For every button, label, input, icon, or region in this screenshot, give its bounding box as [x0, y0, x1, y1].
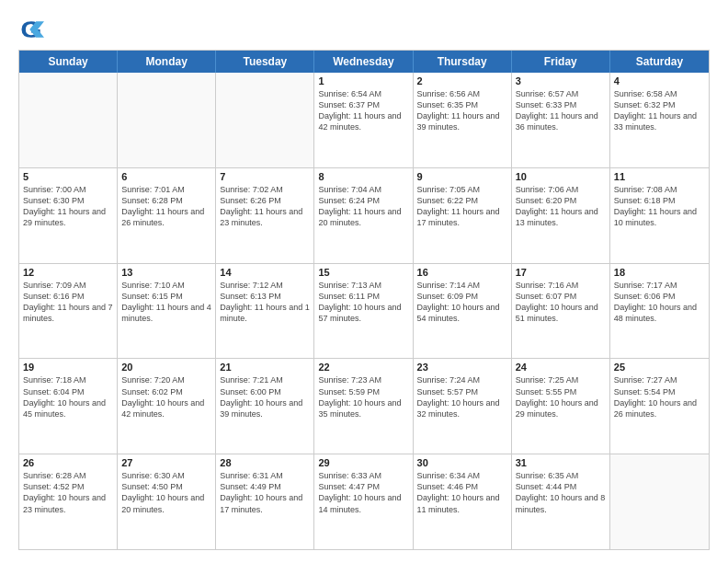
day-number: 25	[614, 362, 705, 373]
day-info: Sunrise: 6:30 AM Sunset: 4:50 PM Dayligh…	[121, 470, 211, 515]
day-info: Sunrise: 7:00 AM Sunset: 6:30 PM Dayligh…	[23, 184, 113, 229]
day-info: Sunrise: 6:33 AM Sunset: 4:47 PM Dayligh…	[318, 470, 408, 515]
day-info: Sunrise: 7:24 AM Sunset: 5:57 PM Dayligh…	[417, 374, 507, 419]
day-number: 18	[614, 267, 705, 278]
day-number: 3	[516, 75, 606, 86]
day-number: 20	[121, 362, 211, 373]
calendar-cell: 28Sunrise: 6:31 AM Sunset: 4:49 PM Dayli…	[216, 454, 314, 549]
day-number: 9	[417, 171, 507, 182]
calendar-cell: 31Sunrise: 6:35 AM Sunset: 4:44 PM Dayli…	[512, 454, 610, 549]
calendar-week-5: 26Sunrise: 6:28 AM Sunset: 4:52 PM Dayli…	[19, 454, 709, 549]
day-info: Sunrise: 7:27 AM Sunset: 5:54 PM Dayligh…	[614, 374, 705, 419]
day-number: 11	[614, 171, 705, 182]
logo	[18, 17, 48, 42]
day-info: Sunrise: 7:12 AM Sunset: 6:13 PM Dayligh…	[220, 280, 310, 325]
calendar-cell	[610, 454, 709, 549]
logo-icon	[18, 17, 44, 42]
day-number: 4	[614, 75, 705, 86]
day-info: Sunrise: 6:57 AM Sunset: 6:33 PM Dayligh…	[516, 88, 606, 133]
calendar-header-wednesday: Wednesday	[314, 51, 413, 73]
calendar-cell: 11Sunrise: 7:08 AM Sunset: 6:18 PM Dayli…	[610, 168, 709, 263]
day-info: Sunrise: 7:18 AM Sunset: 6:04 PM Dayligh…	[23, 374, 113, 419]
calendar-cell	[216, 73, 314, 167]
day-info: Sunrise: 7:08 AM Sunset: 6:18 PM Dayligh…	[614, 184, 705, 229]
calendar-cell: 6Sunrise: 7:01 AM Sunset: 6:28 PM Daylig…	[118, 168, 216, 263]
day-info: Sunrise: 7:10 AM Sunset: 6:15 PM Dayligh…	[121, 280, 211, 325]
calendar-cell: 30Sunrise: 6:34 AM Sunset: 4:46 PM Dayli…	[414, 454, 512, 549]
day-info: Sunrise: 7:14 AM Sunset: 6:09 PM Dayligh…	[417, 280, 507, 325]
day-info: Sunrise: 6:56 AM Sunset: 6:35 PM Dayligh…	[417, 88, 507, 133]
day-number: 27	[121, 457, 211, 468]
day-info: Sunrise: 7:01 AM Sunset: 6:28 PM Dayligh…	[121, 184, 211, 229]
day-number: 23	[417, 362, 507, 373]
day-info: Sunrise: 7:20 AM Sunset: 6:02 PM Dayligh…	[121, 374, 211, 419]
calendar-body: 1Sunrise: 6:54 AM Sunset: 6:37 PM Daylig…	[19, 73, 709, 549]
calendar-cell: 18Sunrise: 7:17 AM Sunset: 6:06 PM Dayli…	[610, 264, 709, 359]
day-info: Sunrise: 7:17 AM Sunset: 6:06 PM Dayligh…	[614, 280, 705, 325]
calendar-cell: 15Sunrise: 7:13 AM Sunset: 6:11 PM Dayli…	[314, 264, 413, 359]
day-info: Sunrise: 7:25 AM Sunset: 5:55 PM Dayligh…	[516, 374, 606, 419]
day-number: 1	[318, 75, 408, 86]
day-number: 7	[220, 171, 310, 182]
day-number: 13	[121, 267, 211, 278]
calendar-cell: 20Sunrise: 7:20 AM Sunset: 6:02 PM Dayli…	[118, 359, 216, 454]
calendar-cell: 7Sunrise: 7:02 AM Sunset: 6:26 PM Daylig…	[216, 168, 314, 263]
calendar-cell: 2Sunrise: 6:56 AM Sunset: 6:35 PM Daylig…	[414, 73, 512, 167]
page: SundayMondayTuesdayWednesdayThursdayFrid…	[0, 0, 728, 563]
day-info: Sunrise: 7:05 AM Sunset: 6:22 PM Dayligh…	[417, 184, 507, 229]
calendar-cell: 12Sunrise: 7:09 AM Sunset: 6:16 PM Dayli…	[19, 264, 118, 359]
day-info: Sunrise: 7:16 AM Sunset: 6:07 PM Dayligh…	[516, 280, 606, 325]
day-info: Sunrise: 6:31 AM Sunset: 4:49 PM Dayligh…	[220, 470, 310, 515]
calendar-header-row: SundayMondayTuesdayWednesdayThursdayFrid…	[19, 51, 709, 73]
calendar-header-friday: Friday	[512, 51, 610, 73]
day-number: 31	[516, 457, 606, 468]
calendar-header-thursday: Thursday	[414, 51, 512, 73]
calendar-cell: 26Sunrise: 6:28 AM Sunset: 4:52 PM Dayli…	[19, 454, 118, 549]
calendar-cell: 13Sunrise: 7:10 AM Sunset: 6:15 PM Dayli…	[118, 264, 216, 359]
calendar-cell: 5Sunrise: 7:00 AM Sunset: 6:30 PM Daylig…	[19, 168, 118, 263]
day-number: 14	[220, 267, 310, 278]
calendar-header-tuesday: Tuesday	[216, 51, 314, 73]
day-number: 19	[23, 362, 113, 373]
day-number: 8	[318, 171, 408, 182]
calendar-cell: 8Sunrise: 7:04 AM Sunset: 6:24 PM Daylig…	[314, 168, 413, 263]
calendar-cell: 29Sunrise: 6:33 AM Sunset: 4:47 PM Dayli…	[314, 454, 413, 549]
day-number: 6	[121, 171, 211, 182]
calendar-cell: 25Sunrise: 7:27 AM Sunset: 5:54 PM Dayli…	[610, 359, 709, 454]
day-number: 28	[220, 457, 310, 468]
day-info: Sunrise: 7:21 AM Sunset: 6:00 PM Dayligh…	[220, 374, 310, 419]
day-number: 26	[23, 457, 113, 468]
day-info: Sunrise: 7:09 AM Sunset: 6:16 PM Dayligh…	[23, 280, 113, 325]
day-number: 16	[417, 267, 507, 278]
day-number: 2	[417, 75, 507, 86]
day-info: Sunrise: 7:06 AM Sunset: 6:20 PM Dayligh…	[516, 184, 606, 229]
day-number: 21	[220, 362, 310, 373]
calendar-week-3: 12Sunrise: 7:09 AM Sunset: 6:16 PM Dayli…	[19, 263, 709, 359]
day-info: Sunrise: 7:23 AM Sunset: 5:59 PM Dayligh…	[318, 374, 408, 419]
day-info: Sunrise: 6:35 AM Sunset: 4:44 PM Dayligh…	[516, 470, 606, 515]
calendar-cell: 27Sunrise: 6:30 AM Sunset: 4:50 PM Dayli…	[118, 454, 216, 549]
day-number: 24	[516, 362, 606, 373]
day-number: 29	[318, 457, 408, 468]
calendar-cell: 19Sunrise: 7:18 AM Sunset: 6:04 PM Dayli…	[19, 359, 118, 454]
calendar-cell: 4Sunrise: 6:58 AM Sunset: 6:32 PM Daylig…	[610, 73, 709, 167]
day-number: 12	[23, 267, 113, 278]
day-info: Sunrise: 6:54 AM Sunset: 6:37 PM Dayligh…	[318, 88, 408, 133]
day-number: 5	[23, 171, 113, 182]
calendar-cell	[118, 73, 216, 167]
calendar-cell: 9Sunrise: 7:05 AM Sunset: 6:22 PM Daylig…	[414, 168, 512, 263]
calendar-cell: 21Sunrise: 7:21 AM Sunset: 6:00 PM Dayli…	[216, 359, 314, 454]
calendar-header-saturday: Saturday	[610, 51, 709, 73]
day-number: 17	[516, 267, 606, 278]
day-number: 10	[516, 171, 606, 182]
calendar-header-sunday: Sunday	[19, 51, 118, 73]
day-number: 15	[318, 267, 408, 278]
day-info: Sunrise: 6:28 AM Sunset: 4:52 PM Dayligh…	[23, 470, 113, 515]
calendar-cell: 24Sunrise: 7:25 AM Sunset: 5:55 PM Dayli…	[512, 359, 610, 454]
calendar-header-monday: Monday	[118, 51, 216, 73]
calendar-cell: 17Sunrise: 7:16 AM Sunset: 6:07 PM Dayli…	[512, 264, 610, 359]
calendar-cell: 23Sunrise: 7:24 AM Sunset: 5:57 PM Dayli…	[414, 359, 512, 454]
day-info: Sunrise: 7:02 AM Sunset: 6:26 PM Dayligh…	[220, 184, 310, 229]
calendar-week-4: 19Sunrise: 7:18 AM Sunset: 6:04 PM Dayli…	[19, 358, 709, 454]
calendar-cell: 3Sunrise: 6:57 AM Sunset: 6:33 PM Daylig…	[512, 73, 610, 167]
